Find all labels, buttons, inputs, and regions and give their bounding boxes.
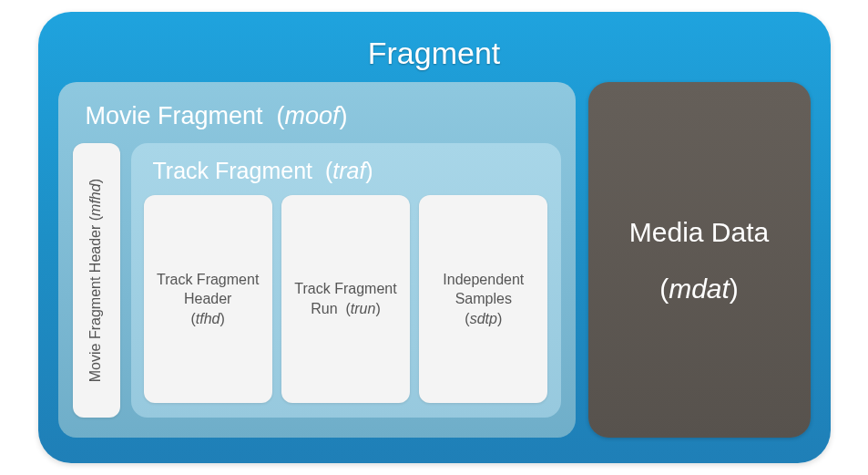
moof-title: Movie Fragment (moof) (86, 102, 561, 130)
moof-code: moof (285, 102, 340, 129)
sdtp-label: Independent Samples (443, 272, 524, 307)
traf-code: traf (332, 158, 365, 183)
traf-body: Track Fragment Header (tfhd) Track Fragm… (144, 195, 548, 403)
traf-label: Track Fragment (153, 158, 313, 183)
mfhd-label: Movie Fragment Header (87, 225, 103, 383)
mdat-code-wrap: (mdat) (659, 274, 739, 305)
sdtp-box: Independent Samples (sdtp) (419, 195, 547, 403)
traf-title: Track Fragment (traf) (153, 158, 548, 184)
moof-box: Movie Fragment (moof) Movie Fragment Hea… (58, 82, 576, 438)
mdat-box: Media Data (mdat) (588, 82, 811, 438)
trun-label: Track Fragment Run (294, 281, 396, 316)
tfhd-box: Track Fragment Header (tfhd) (144, 195, 272, 403)
tfhd-label: Track Fragment Header (157, 272, 259, 307)
trun-code: trun (351, 301, 376, 316)
trun-box: Track Fragment Run (trun) (281, 195, 410, 403)
mdat-code: mdat (669, 274, 730, 304)
mfhd-box: Movie Fragment Header (mfhd) (73, 143, 120, 418)
traf-box: Track Fragment (traf) Track Fragment Hea… (131, 143, 561, 418)
fragment-body: Movie Fragment (moof) Movie Fragment Hea… (58, 82, 811, 438)
sdtp-code: sdtp (470, 311, 497, 326)
tfhd-code: tfhd (196, 311, 220, 326)
moof-body: Movie Fragment Header (mfhd) Track Fragm… (73, 143, 561, 418)
moof-label: Movie Fragment (86, 102, 263, 129)
fragment-title: Fragment (58, 36, 811, 71)
mdat-label: Media Data (629, 215, 769, 250)
mfhd-code: mfhd (87, 183, 103, 216)
fragment-container: Fragment Movie Fragment (moof) Movie Fra… (38, 12, 831, 463)
